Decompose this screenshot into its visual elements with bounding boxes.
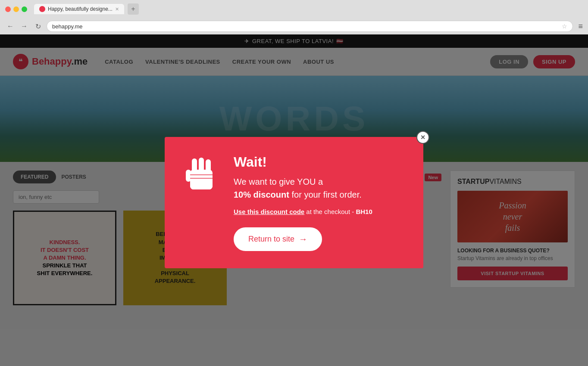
browser-toolbar: ← → ↻ behappy.me ☆ ≡ <box>0 18 588 34</box>
modal-hand-icon-container <box>182 154 221 193</box>
bookmark-icon[interactable]: ☆ <box>562 23 567 30</box>
modal-code-value: BH10 <box>356 208 372 215</box>
hand-icon <box>184 154 219 193</box>
url-text: behappy.me <box>52 23 83 30</box>
new-tab-button[interactable]: + <box>128 3 139 15</box>
return-to-site-button[interactable]: Return to site → <box>234 227 322 251</box>
modal-overlay: ✕ <box>0 34 588 366</box>
modal-body-line1: We want to give YOU a <box>234 177 323 186</box>
modal-code-mid: at the checkout - <box>304 208 356 215</box>
svg-rect-5 <box>190 170 213 189</box>
minimize-traffic-light[interactable] <box>13 6 19 12</box>
address-bar[interactable]: behappy.me ☆ <box>47 21 573 32</box>
browser-chrome: Happy, beautifully designe... ✕ + ← → ↻ … <box>0 0 588 34</box>
modal-body: We want to give YOU a 10% discount for y… <box>234 175 402 201</box>
maximize-traffic-light[interactable] <box>22 6 27 12</box>
traffic-lights <box>5 6 27 12</box>
browser-menu-button[interactable]: ≡ <box>578 22 583 31</box>
modal-body-suffix: for your first order. <box>289 190 362 199</box>
website-content: ✈ GREAT, WE SHIP TO LATVIA! 🇱🇻 ❝ Behappy… <box>0 34 588 366</box>
close-traffic-light[interactable] <box>5 6 11 12</box>
modal-title: Wait! <box>234 154 402 170</box>
modal-discount-text: 10% discount <box>234 190 289 199</box>
modal-content: Wait! We want to give YOU a 10% discount… <box>234 154 402 251</box>
modal-code-prefix: Use this discount code <box>234 208 304 215</box>
back-button[interactable]: ← <box>5 21 16 31</box>
tab-title: Happy, beautifully designe... <box>48 6 113 12</box>
discount-modal: ✕ <box>165 137 423 268</box>
tab-close-button[interactable]: ✕ <box>115 6 119 12</box>
forward-button[interactable]: → <box>19 21 29 31</box>
modal-close-button[interactable]: ✕ <box>416 131 429 144</box>
return-to-site-label: Return to site <box>248 235 294 244</box>
modal-code-line: Use this discount code at the checkout -… <box>234 208 402 215</box>
refresh-button[interactable]: ↻ <box>33 21 43 31</box>
tab-favicon <box>39 6 45 12</box>
arrow-right-icon: → <box>299 234 307 244</box>
browser-tab[interactable]: Happy, beautifully designe... ✕ <box>34 4 124 14</box>
browser-titlebar: Happy, beautifully designe... ✕ + <box>0 0 588 18</box>
